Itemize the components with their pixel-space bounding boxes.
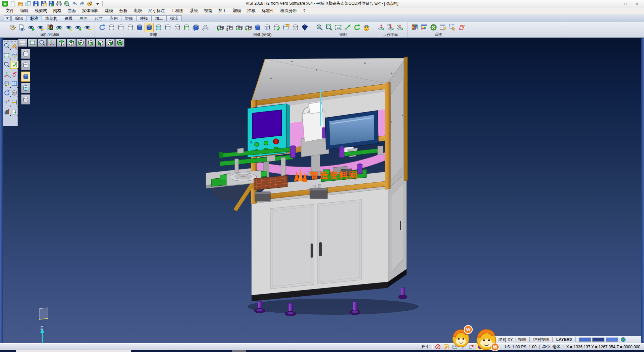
- visibility-manager[interactable]: [46, 23, 54, 32]
- show-triad[interactable]: [47, 39, 56, 47]
- shading-options[interactable]: [362, 23, 371, 32]
- save-as-button[interactable]: [40, 0, 47, 7]
- ghost-style[interactable]: [126, 23, 135, 32]
- menu-item[interactable]: 编辑: [17, 7, 32, 15]
- display-settings[interactable]: [420, 23, 428, 32]
- fit-view[interactable]: [28, 39, 37, 47]
- grid-options[interactable]: [458, 23, 466, 32]
- workplane-view[interactable]: [396, 23, 404, 32]
- layer-color-swatch[interactable]: [606, 338, 618, 342]
- modify-attributes[interactable]: [8, 23, 16, 32]
- query-entity[interactable]: ?: [4, 99, 10, 106]
- solid-reference[interactable]: [282, 23, 290, 32]
- view-front[interactable]: [96, 39, 105, 47]
- solid-sections[interactable]: [263, 23, 271, 32]
- refresh-view[interactable]: [353, 23, 361, 32]
- solid-validate[interactable]: [272, 23, 281, 32]
- attribute-table[interactable]: [439, 23, 447, 32]
- menu-item[interactable]: 曲面: [65, 7, 79, 15]
- hidden-line-style[interactable]: [117, 23, 125, 32]
- selection-options[interactable]: [448, 23, 457, 32]
- style-hatched[interactable]: [21, 94, 30, 104]
- active-layer-label[interactable]: LAYER0: [556, 337, 572, 342]
- tab-item[interactable]: 塑膜: [121, 15, 136, 21]
- menu-item[interactable]: 分析: [116, 7, 131, 15]
- solid-hatch[interactable]: [291, 23, 300, 32]
- insert-file-button[interactable]: [24, 0, 32, 7]
- layer-manager[interactable]: [4, 80, 10, 87]
- copy-graphics[interactable]: [192, 23, 200, 32]
- menu-item[interactable]: 线架构: [32, 7, 50, 15]
- tab-overflow-button[interactable]: [4, 15, 11, 21]
- menu-item[interactable]: 系统: [186, 7, 201, 15]
- view-top[interactable]: [57, 39, 66, 47]
- new-file-button[interactable]: [9, 0, 16, 7]
- hide-all[interactable]: [83, 23, 92, 32]
- shaded-style[interactable]: [136, 23, 144, 32]
- dynamic-pan[interactable]: [343, 23, 352, 32]
- view-back[interactable]: [106, 39, 115, 47]
- zoom-one-to-one[interactable]: 1:1: [334, 23, 342, 32]
- hatched-style[interactable]: [173, 23, 181, 32]
- menu-item[interactable]: 建模: [102, 7, 116, 15]
- globe-icon[interactable]: [620, 337, 627, 343]
- viewport-menu[interactable]: [18, 39, 27, 47]
- advanced-refresh[interactable]: [235, 23, 243, 32]
- print-button[interactable]: [55, 0, 62, 7]
- tab-item[interactable]: 冲模: [136, 15, 151, 21]
- hide-entities[interactable]: [36, 23, 45, 32]
- viewport-3d[interactable]: Z Y X 智造资料网: [3, 38, 641, 343]
- tab-item[interactable]: 曲面: [76, 15, 91, 21]
- redo-button[interactable]: [78, 0, 86, 7]
- menu-item[interactable]: 模流分析: [277, 7, 300, 15]
- tab-item[interactable]: 建模: [61, 15, 76, 21]
- view-window[interactable]: [11, 80, 18, 87]
- graphic-options[interactable]: [201, 23, 210, 32]
- style-hidden-line[interactable]: [21, 60, 30, 70]
- record-lock[interactable]: [434, 344, 441, 350]
- invert-visibility[interactable]: [55, 23, 63, 32]
- customize-quick-access-button[interactable]: [94, 0, 101, 7]
- tab-item[interactable]: 编辑: [11, 15, 26, 21]
- advanced-toggle[interactable]: [244, 23, 253, 32]
- menu-item[interactable]: 尺寸标注: [145, 7, 168, 15]
- tab-item[interactable]: 线架构: [42, 15, 61, 21]
- style-shaded[interactable]: [21, 72, 30, 82]
- show-entities[interactable]: [27, 23, 35, 32]
- selection-box[interactable]: [4, 52, 10, 59]
- shaded-edges-style[interactable]: [145, 23, 153, 32]
- tab-item[interactable]: 尺寸: [91, 15, 106, 21]
- color-table[interactable]: [411, 23, 419, 32]
- menu-item[interactable]: 电极: [131, 7, 145, 15]
- flat-style[interactable]: [164, 23, 172, 32]
- zoom-dynamic[interactable]: [38, 39, 47, 47]
- visi-logo[interactable]: V: [1, 0, 8, 7]
- view-left[interactable]: [76, 39, 86, 47]
- render-mode[interactable]: [301, 23, 309, 32]
- transparent-style[interactable]: [154, 23, 163, 32]
- system-settings[interactable]: [429, 23, 438, 32]
- solid-dynamic[interactable]: [254, 23, 262, 32]
- export-view[interactable]: [11, 108, 18, 115]
- menu-item[interactable]: 网格: [50, 7, 65, 15]
- regenerate-graphics[interactable]: [98, 23, 106, 32]
- zoom-window[interactable]: [325, 23, 333, 32]
- tab-item[interactable]: 模流: [166, 15, 182, 21]
- view-isometric[interactable]: [115, 39, 124, 47]
- menu-item[interactable]: ?: [300, 8, 309, 14]
- maximize-button[interactable]: □: [620, 0, 631, 7]
- edit-spline[interactable]: [11, 71, 18, 78]
- confirm-selection[interactable]: [11, 61, 18, 68]
- close-button[interactable]: ✕: [631, 0, 643, 7]
- statistics-view[interactable]: [4, 108, 10, 115]
- undo-button[interactable]: [71, 0, 78, 7]
- menu-item[interactable]: 冲模: [244, 7, 259, 15]
- save-button[interactable]: [32, 0, 39, 7]
- menu-item[interactable]: 视窗: [201, 7, 215, 15]
- menu-item[interactable]: 实体编辑: [79, 7, 102, 15]
- copy-attributes[interactable]: [17, 23, 26, 32]
- save-all-button[interactable]: [48, 0, 55, 7]
- machine-model[interactable]: [206, 57, 419, 316]
- solid-preview[interactable]: [11, 90, 18, 96]
- style-wireframe[interactable]: [21, 49, 30, 59]
